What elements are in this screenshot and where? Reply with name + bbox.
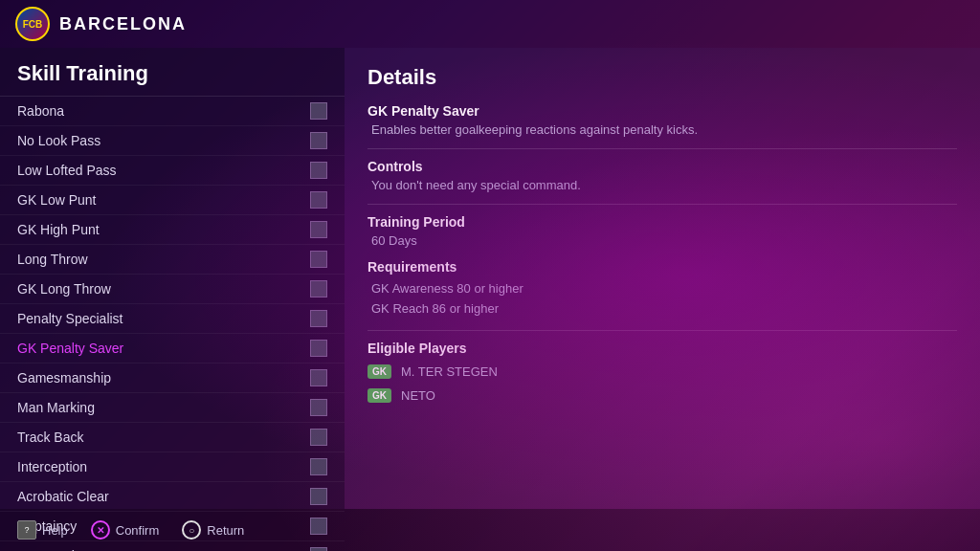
skill-item-icon (310, 132, 327, 149)
skill-item-icon (310, 221, 327, 238)
skill-item-label: Long Throw (17, 252, 88, 267)
skill-list-item[interactable]: Track Back (0, 423, 345, 452)
return-button[interactable]: ○ Return (182, 520, 244, 540)
skill-item-icon (310, 162, 327, 179)
requirements-section: Requirements GK Awareness 80 or higher G… (368, 259, 957, 319)
player-name: M. TER STEGEN (401, 364, 498, 379)
skill-item-label: GK Long Throw (17, 281, 111, 297)
main-content: Skill Training RabonaNo Look PassLow Lof… (0, 48, 980, 509)
skill-list-item[interactable]: GK Penalty Saver (0, 334, 345, 364)
skill-list-item[interactable]: Man Marking (0, 393, 345, 423)
skill-item-icon (310, 280, 327, 298)
details-panel: Details GK Penalty Saver Enables better … (345, 48, 980, 509)
eligible-players-label: Eligible Players (368, 341, 957, 356)
return-icon: ○ (182, 520, 201, 540)
skill-item-label: Penalty Specialist (17, 311, 123, 326)
skill-item-label: GK Penalty Saver (17, 341, 123, 356)
skill-item-icon (310, 518, 327, 535)
skill-item-label: GK High Punt (17, 222, 100, 237)
requirement-2: GK Reach 86 or higher (368, 298, 957, 319)
skill-item-icon (310, 369, 327, 386)
position-badge: GK (368, 388, 391, 403)
requirement-1: GK Awareness 80 or higher (368, 278, 957, 298)
skill-list-item[interactable]: Acrobatic Clear (0, 482, 345, 512)
skill-item-icon (310, 488, 327, 505)
skill-item-icon (310, 191, 327, 209)
skill-list-item[interactable]: GK Long Throw (0, 275, 345, 304)
eligible-players-section: Eligible Players GKM. TER STEGENGKNETO (368, 341, 957, 408)
skill-list-item[interactable]: Super-sub (0, 541, 345, 551)
confirm-button[interactable]: ✕ Confirm (91, 520, 160, 540)
controls-section: Controls You don't need any special comm… (368, 159, 957, 192)
skill-item-label: Interception (17, 459, 87, 474)
header: FCB BARCELONA (0, 0, 980, 48)
skill-item-label: Low Lofted Pass (17, 163, 117, 178)
skill-training-title: Skill Training (0, 48, 345, 97)
confirm-icon: ✕ (91, 520, 110, 540)
skill-item-label: Track Back (17, 430, 84, 445)
skill-list-item[interactable]: Low Lofted Pass (0, 156, 345, 186)
skill-item-label: No Look Pass (17, 133, 100, 148)
confirm-label: Confirm (116, 523, 160, 538)
skill-list-item[interactable]: Long Throw (0, 245, 345, 275)
training-period-section: Training Period 60 Days (368, 214, 957, 248)
skill-item-icon (310, 251, 327, 268)
skill-panel: Skill Training RabonaNo Look PassLow Lof… (0, 48, 345, 509)
help-button[interactable]: ? Help (17, 520, 68, 540)
skill-item-icon (310, 102, 327, 120)
club-badge: FCB (15, 7, 50, 41)
skill-list-item[interactable]: No Look Pass (0, 126, 345, 156)
skill-item-label: GK Low Punt (17, 192, 97, 208)
player-name: NETO (401, 388, 435, 403)
skill-item-icon (310, 429, 327, 446)
skill-item-icon (310, 340, 327, 357)
skill-list: RabonaNo Look PassLow Lofted PassGK Low … (0, 97, 345, 551)
training-period-label: Training Period (368, 214, 957, 230)
player-row: GKM. TER STEGEN (368, 360, 957, 384)
skill-description: Enables better goalkeeping reactions aga… (368, 122, 957, 137)
help-icon: ? (17, 520, 36, 540)
controls-label: Controls (368, 159, 957, 174)
skill-item-label: Acrobatic Clear (17, 489, 109, 504)
controls-text: You don't need any special command. (368, 178, 957, 192)
return-label: Return (207, 523, 244, 538)
player-row: GKNETO (368, 384, 957, 408)
skill-item-label: Rabona (17, 103, 64, 119)
skill-list-item[interactable]: GK High Punt (0, 215, 345, 245)
players-list: GKM. TER STEGENGKNETO (368, 360, 957, 408)
skill-name: GK Penalty Saver (368, 103, 957, 119)
skill-item-icon (310, 547, 327, 551)
position-badge: GK (368, 364, 391, 379)
skill-item-label: Gamesmanship (17, 370, 111, 386)
skill-name-section: GK Penalty Saver Enables better goalkeep… (368, 103, 957, 137)
skill-list-item[interactable]: GK Low Punt (0, 186, 345, 215)
skill-item-label: Man Marking (17, 400, 95, 415)
skill-item-icon (310, 458, 327, 475)
details-title: Details (368, 65, 957, 90)
club-name: BARCELONA (59, 14, 187, 34)
help-label: Help (42, 523, 68, 538)
skill-item-icon (310, 310, 327, 327)
skill-list-item[interactable]: Interception (0, 452, 345, 482)
training-period-value: 60 Days (368, 233, 957, 248)
skill-list-item[interactable]: Rabona (0, 97, 345, 126)
skill-item-icon (310, 399, 327, 416)
requirements-label: Requirements (368, 259, 957, 275)
skill-list-item[interactable]: Gamesmanship (0, 364, 345, 393)
skill-list-item[interactable]: Penalty Specialist (0, 304, 345, 334)
